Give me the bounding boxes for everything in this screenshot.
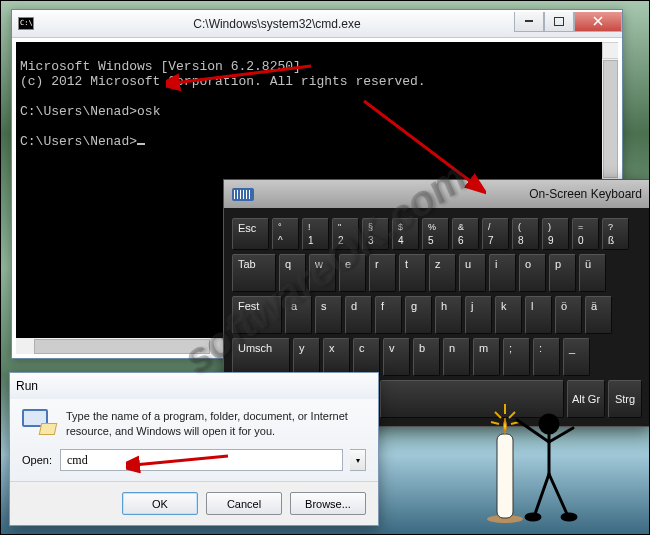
close-button[interactable] [574,12,622,32]
run-dialog: Run Type the name of a program, folder, … [9,372,379,526]
j-key[interactable]: j [465,296,492,334]
Strg-key[interactable]: Strg [608,380,642,418]
i-key[interactable]: i [489,254,516,292]
maximize-button[interactable] [544,12,574,32]
keyboard-icon [232,188,254,201]
cmd-line: Microsoft Windows [Version 6.2.8250] [20,59,301,74]
m-key[interactable]: m [473,338,500,376]
d-key[interactable]: d [345,296,372,334]
cmd-title: C:\Windows\system32\cmd.exe [40,17,514,31]
space-key[interactable] [380,380,564,418]
cmd-prompt: C:\Users\Nenad> [20,134,137,149]
$-key[interactable]: $4 [392,218,419,250]
=-key[interactable]: =0 [572,218,599,250]
osk-title: On-Screen Keyboard [529,187,642,201]
!-key[interactable]: !1 [302,218,329,250]
e-key[interactable]: e [339,254,366,292]
&-key[interactable]: &6 [452,218,479,250]
h-key[interactable]: h [435,296,462,334]
p-key[interactable]: p [549,254,576,292]
x-key[interactable]: x [323,338,350,376]
r-key[interactable]: r [369,254,396,292]
;-key[interactable]: ; [503,338,530,376]
:-key[interactable]: : [533,338,560,376]
°-key[interactable]: °^ [272,218,299,250]
dropdown-button[interactable]: ▾ [350,449,366,471]
v-key[interactable]: v [383,338,410,376]
svg-line-17 [549,428,573,442]
§-key[interactable]: §3 [362,218,389,250]
run-titlebar[interactable]: Run [10,373,378,399]
t-key[interactable]: t [399,254,426,292]
_-key[interactable]: _ [563,338,590,376]
z-key[interactable]: z [429,254,456,292]
cmd-titlebar[interactable]: C:\Windows\system32\cmd.exe [12,10,622,38]
s-key[interactable]: s [315,296,342,334]
/-key[interactable]: /7 [482,218,509,250]
run-icon [22,409,56,435]
cmd-prompt: C:\Users\Nenad> [20,104,137,119]
run-title: Run [16,379,38,393]
Umsch-key[interactable]: Umsch [232,338,290,376]
ü-key[interactable]: ü [579,254,606,292]
svg-line-19 [549,474,567,514]
ä-key[interactable]: ä [585,296,612,334]
b-key[interactable]: b [413,338,440,376]
q-key[interactable]: q [279,254,306,292]
?-key[interactable]: ?ß [602,218,629,250]
f-key[interactable]: f [375,296,402,334]
open-label: Open: [22,454,52,466]
browse-button[interactable]: Browse... [290,492,366,515]
cancel-button[interactable]: Cancel [206,492,282,515]
ok-button[interactable]: OK [122,492,198,515]
cmd-command: osk [137,104,160,119]
w-key[interactable]: w [309,254,336,292]
)-key[interactable]: )9 [542,218,569,250]
y-key[interactable]: y [293,338,320,376]
l-key[interactable]: l [525,296,552,334]
minimize-button[interactable] [514,12,544,32]
run-description: Type the name of a program, folder, docu… [66,409,366,439]
Alt Gr-key[interactable]: Alt Gr [567,380,605,418]
Esc-key[interactable]: Esc [232,218,269,250]
"-key[interactable]: "2 [332,218,359,250]
osk-titlebar[interactable]: On-Screen Keyboard [224,180,650,208]
svg-rect-8 [497,434,513,518]
cmd-line: (c) 2012 Microsoft Corporation. All righ… [20,74,426,89]
c-key[interactable]: c [353,338,380,376]
Tab-key[interactable]: Tab [232,254,276,292]
u-key[interactable]: u [459,254,486,292]
(-key[interactable]: (8 [512,218,539,250]
open-input[interactable] [60,449,343,471]
g-key[interactable]: g [405,296,432,334]
Fest-key[interactable]: Fest [232,296,282,334]
cmd-icon [18,17,34,30]
n-key[interactable]: n [443,338,470,376]
svg-point-21 [562,514,576,520]
a-key[interactable]: a [285,296,312,334]
svg-point-20 [526,514,540,520]
%-key[interactable]: %5 [422,218,449,250]
svg-point-7 [487,515,523,523]
k-key[interactable]: k [495,296,522,334]
ö-key[interactable]: ö [555,296,582,334]
svg-line-18 [535,474,549,514]
cursor [137,143,145,145]
o-key[interactable]: o [519,254,546,292]
